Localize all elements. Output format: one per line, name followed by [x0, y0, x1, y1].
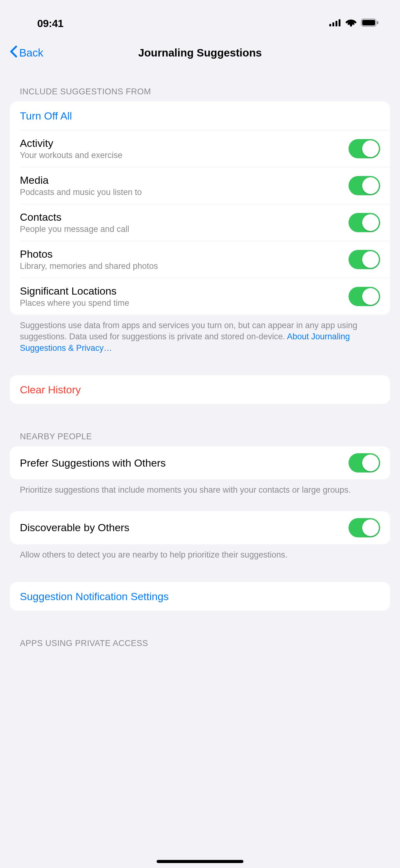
section-header-nearby: NEARBY PEOPLE: [0, 404, 400, 446]
status-time: 09:41: [19, 18, 63, 30]
section-header-include: INCLUDE SUGGESTIONS FROM: [0, 68, 400, 101]
clear-history-button[interactable]: Clear History: [10, 375, 390, 404]
contacts-toggle[interactable]: [348, 213, 380, 232]
photos-toggle[interactable]: [348, 250, 380, 269]
activity-toggle[interactable]: [348, 139, 380, 158]
status-bar: 09:41: [0, 0, 400, 37]
locations-subtitle: Places where you spend time: [20, 298, 348, 308]
turn-off-all-button[interactable]: Turn Off All: [10, 101, 390, 130]
locations-title: Significant Locations: [20, 285, 348, 297]
include-footer: Suggestions use data from apps and servi…: [0, 315, 400, 353]
discoverable-footer: Allow others to detect you are nearby to…: [0, 544, 400, 560]
wifi-icon: [345, 19, 357, 28]
prefer-suggestions-row: Prefer Suggestions with Others: [10, 446, 390, 479]
contacts-row: Contacts People you message and call: [10, 204, 390, 241]
svg-rect-0: [329, 24, 331, 26]
activity-subtitle: Your workouts and exercise: [20, 151, 348, 160]
prefer-suggestions-label: Prefer Suggestions with Others: [20, 457, 166, 469]
turn-off-all-label: Turn Off All: [20, 110, 72, 122]
home-indicator[interactable]: [157, 860, 243, 863]
notification-settings-label: Suggestion Notification Settings: [20, 590, 169, 602]
back-label: Back: [19, 46, 43, 59]
page-title: Journaling Suggestions: [138, 46, 262, 59]
discoverable-group: Discoverable by Others: [10, 511, 390, 544]
prefer-suggestions-footer: Prioritize suggestions that include mome…: [0, 479, 400, 495]
clear-history-group: Clear History: [10, 375, 390, 404]
chevron-left-icon: [9, 45, 18, 60]
discoverable-row: Discoverable by Others: [10, 511, 390, 544]
back-button[interactable]: Back: [9, 45, 43, 60]
media-title: Media: [20, 174, 348, 186]
navigation-header: Back Journaling Suggestions: [0, 37, 400, 68]
svg-rect-3: [339, 19, 340, 26]
activity-row: Activity Your workouts and exercise: [10, 130, 390, 167]
prefer-suggestions-toggle[interactable]: [348, 453, 380, 472]
notification-settings-group: Suggestion Notification Settings: [10, 582, 390, 611]
clear-history-label: Clear History: [20, 384, 80, 396]
contacts-title: Contacts: [20, 211, 348, 223]
svg-rect-1: [332, 22, 334, 26]
activity-title: Activity: [20, 137, 348, 149]
media-toggle[interactable]: [348, 176, 380, 195]
contacts-subtitle: People you message and call: [20, 224, 348, 234]
cellular-icon: [329, 19, 341, 28]
locations-toggle[interactable]: [348, 287, 380, 306]
media-subtitle: Podcasts and music you listen to: [20, 187, 348, 197]
status-icons: [329, 19, 381, 28]
photos-title: Photos: [20, 248, 348, 260]
prefer-suggestions-group: Prefer Suggestions with Others: [10, 446, 390, 479]
photos-subtitle: Library, memories and shared photos: [20, 261, 348, 271]
discoverable-toggle[interactable]: [348, 518, 380, 537]
photos-row: Photos Library, memories and shared phot…: [10, 241, 390, 278]
svg-rect-6: [362, 20, 375, 26]
notification-settings-button[interactable]: Suggestion Notification Settings: [10, 582, 390, 611]
svg-rect-7: [377, 21, 378, 24]
svg-point-4: [350, 25, 352, 27]
battery-icon: [361, 19, 379, 28]
include-suggestions-group: Turn Off All Activity Your workouts and …: [10, 101, 390, 315]
media-row: Media Podcasts and music you listen to: [10, 167, 390, 204]
significant-locations-row: Significant Locations Places where you s…: [10, 278, 390, 315]
discoverable-label: Discoverable by Others: [20, 522, 129, 534]
svg-rect-2: [335, 21, 337, 26]
section-header-apps-access: APPS USING PRIVATE ACCESS: [0, 611, 400, 653]
